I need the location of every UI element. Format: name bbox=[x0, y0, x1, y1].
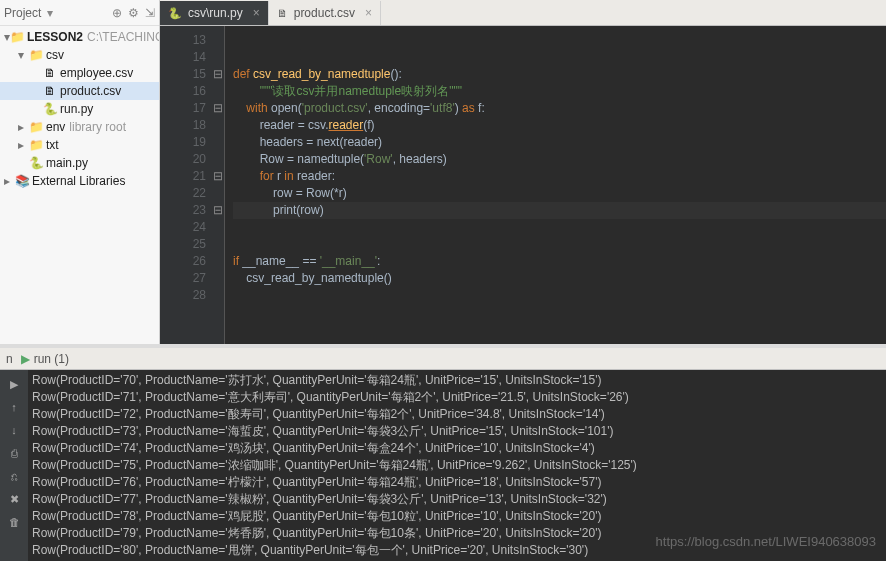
hide-icon[interactable]: ⇲ bbox=[145, 6, 155, 20]
project-sidebar: Project ▾ ⊕ ⚙ ⇲ ▾📁LESSON2C:\TEACHING\PY\… bbox=[0, 0, 160, 344]
run-tab[interactable]: ▶ run (1) bbox=[21, 352, 69, 366]
run-tool-button-4[interactable]: ⎌ bbox=[4, 466, 24, 486]
run-tabs: n ▶ run (1) bbox=[0, 348, 886, 370]
target-icon[interactable]: ⊕ bbox=[112, 6, 122, 20]
tree-item-lesson2[interactable]: ▾📁LESSON2C:\TEACHING\PY\ bbox=[0, 28, 159, 46]
code-content[interactable]: def csv_read_by_namedtuple(): """读取csv并用… bbox=[224, 26, 886, 344]
tree-item-txt[interactable]: ▸📁txt bbox=[0, 136, 159, 154]
sidebar-title: Project bbox=[4, 6, 41, 20]
editor-tab[interactable]: 🗎product.csv× bbox=[269, 1, 381, 25]
output-line: Row(ProductID='73', ProductName='海蜇皮', Q… bbox=[32, 423, 882, 440]
run-tool-button-3[interactable]: ⎙ bbox=[4, 443, 24, 463]
output-line: Row(ProductID='71', ProductName='意大利寿司',… bbox=[32, 389, 882, 406]
tree-item-csv[interactable]: ▾📁csv bbox=[0, 46, 159, 64]
output-line: Row(ProductID='76', ProductName='柠檬汁', Q… bbox=[32, 474, 882, 491]
gear-icon[interactable]: ⚙ bbox=[128, 6, 139, 20]
output-line: Row(ProductID='78', ProductName='鸡屁股', Q… bbox=[32, 508, 882, 525]
run-tool-button-0[interactable]: ▶ bbox=[4, 374, 24, 394]
sidebar-toolbar: Project ▾ ⊕ ⚙ ⇲ bbox=[0, 0, 159, 26]
tab-label: csv\run.py bbox=[188, 6, 243, 20]
output-line: Row(ProductID='70', ProductName='苏打水', Q… bbox=[32, 372, 882, 389]
editor-tab[interactable]: 🐍csv\run.py× bbox=[160, 1, 269, 25]
run-icon: ▶ bbox=[21, 352, 30, 366]
tree-item-product-csv[interactable]: 🗎product.csv bbox=[0, 82, 159, 100]
editor-tabs: 🐍csv\run.py×🗎product.csv× bbox=[160, 0, 886, 26]
run-tool-button-2[interactable]: ↓ bbox=[4, 420, 24, 440]
run-tool-window: n ▶ run (1) ▶↑↓⎙⎌✖🗑 Row(ProductID='70', … bbox=[0, 348, 886, 561]
output-line: Row(ProductID='74', ProductName='鸡汤块', Q… bbox=[32, 440, 882, 457]
tree-item-env[interactable]: ▸📁envlibrary root bbox=[0, 118, 159, 136]
tree-item-main-py[interactable]: 🐍main.py bbox=[0, 154, 159, 172]
code-editor[interactable]: 13141516171819202122232425262728 ⊟⊟⊟⊟ de… bbox=[160, 26, 886, 344]
output-line: Row(ProductID='79', ProductName='烤香肠', Q… bbox=[32, 525, 882, 542]
project-tree[interactable]: ▾📁LESSON2C:\TEACHING\PY\▾📁csv🗎employee.c… bbox=[0, 26, 159, 344]
output-line: Row(ProductID='75', ProductName='浓缩咖啡', … bbox=[32, 457, 882, 474]
close-icon[interactable]: × bbox=[365, 6, 372, 20]
file-icon: 🗎 bbox=[277, 7, 288, 19]
tree-item-employee-csv[interactable]: 🗎employee.csv bbox=[0, 64, 159, 82]
tab-label: product.csv bbox=[294, 6, 355, 20]
run-tab-label: run (1) bbox=[34, 352, 69, 366]
run-toolbar: ▶↑↓⎙⎌✖🗑 bbox=[0, 370, 28, 561]
console-output[interactable]: Row(ProductID='70', ProductName='苏打水', Q… bbox=[28, 370, 886, 561]
run-tool-button-1[interactable]: ↑ bbox=[4, 397, 24, 417]
output-line: Row(ProductID='80', ProductName='甩饼', Qu… bbox=[32, 542, 882, 559]
run-tool-button-6[interactable]: 🗑 bbox=[4, 512, 24, 532]
editor-area: 🐍csv\run.py×🗎product.csv× 13141516171819… bbox=[160, 0, 886, 344]
output-line: Row(ProductID='72', ProductName='酸寿司', Q… bbox=[32, 406, 882, 423]
run-tool-button-5[interactable]: ✖ bbox=[4, 489, 24, 509]
close-icon[interactable]: × bbox=[253, 6, 260, 20]
tree-item-external-libraries[interactable]: ▸📚External Libraries bbox=[0, 172, 159, 190]
file-icon: 🐍 bbox=[168, 7, 182, 20]
output-line: Row(ProductID='77', ProductName='辣椒粉', Q… bbox=[32, 491, 882, 508]
line-gutter: 13141516171819202122232425262728 bbox=[160, 26, 212, 344]
tree-item-run-py[interactable]: 🐍run.py bbox=[0, 100, 159, 118]
fold-gutter[interactable]: ⊟⊟⊟⊟ bbox=[212, 26, 224, 344]
collapse-icon[interactable]: ▾ bbox=[47, 6, 53, 20]
